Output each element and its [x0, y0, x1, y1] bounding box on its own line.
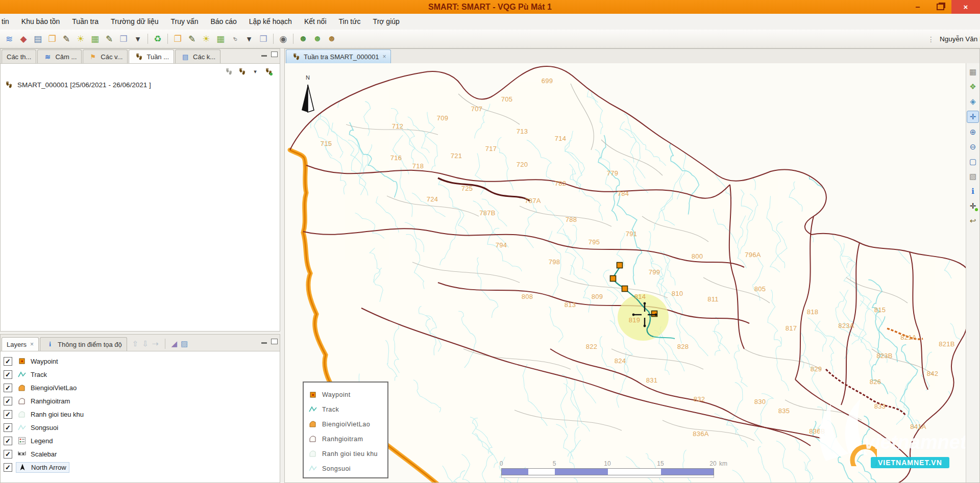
refresh-icon[interactable]: ♻: [151, 32, 164, 45]
people-icon[interactable]: ☻: [311, 32, 324, 45]
menu-item-l-p-k-ho-ch[interactable]: Lập kế hoạch: [243, 14, 298, 30]
quill2-icon[interactable]: ✎: [185, 32, 199, 45]
patrol-menu-caret[interactable]: ▾: [250, 66, 260, 77]
tab-c-m-[interactable]: ≋Cảm ...: [37, 49, 82, 63]
panel-maximize-button[interactable]: [271, 339, 278, 344]
dropdown-caret2[interactable]: ▾: [242, 32, 256, 45]
menu-item-b-o-c-o[interactable]: Báo cáo: [204, 14, 242, 30]
idea-icon[interactable]: ☀: [74, 32, 87, 45]
move-tool[interactable]: ✛: [967, 200, 978, 212]
style-tool[interactable]: ◈: [967, 96, 978, 107]
new-folder-icon[interactable]: ❐: [171, 32, 184, 45]
layer-checkbox[interactable]: ✓: [4, 397, 12, 405]
move-down-button[interactable]: ⇩: [142, 339, 149, 348]
folder-icon[interactable]: ❐: [45, 32, 59, 45]
transparency-button[interactable]: ◢: [172, 339, 178, 348]
idea2-icon[interactable]: ☀: [200, 32, 213, 45]
layer-label[interactable]: North Arrow: [31, 464, 66, 471]
move-up-button[interactable]: ⇧: [132, 339, 139, 348]
map-tab[interactable]: Tuần tra SMART_000001 ×: [286, 49, 391, 63]
legend-item: Ranhgioitram: [308, 431, 383, 446]
menu-item-tin-t-c[interactable]: Tin tức: [333, 14, 367, 30]
report-list-icon[interactable]: ▤: [31, 32, 44, 45]
export-image-button[interactable]: ▨: [181, 339, 188, 348]
layer-checkbox[interactable]: ✓: [4, 410, 12, 419]
layer-label[interactable]: Songsuoi: [31, 424, 58, 431]
tab-layers[interactable]: Layers×: [2, 337, 39, 351]
layer-checkbox[interactable]: ✓: [4, 423, 12, 432]
main-toolbar: ≋◆▤❐✎☀▦✎❒▾♻❐✎☀▦♀▾❒◉☻☻☻⋮Nguyễn Văn B: [0, 30, 980, 48]
waypoint-marker[interactable]: [617, 263, 623, 268]
menu-item-khu-b-o-t-n[interactable]: Khu bảo tồn: [15, 14, 66, 30]
tab-tu-n-[interactable]: Tuần ...: [129, 49, 174, 63]
layer-label[interactable]: Legend: [31, 437, 53, 445]
layer-label[interactable]: Waypoint: [31, 358, 58, 365]
page-icon[interactable]: ❒: [117, 32, 130, 45]
menu-item-tr-ng-d-li-u[interactable]: Trường dữ liệu: [105, 14, 165, 30]
table-icon[interactable]: ▦: [88, 32, 102, 45]
layer-label[interactable]: Ranhgioitram: [31, 397, 70, 405]
layer-checkbox[interactable]: ✓: [4, 384, 12, 392]
patrol-filter-button[interactable]: [224, 66, 234, 77]
globe-icon[interactable]: ◉: [277, 32, 290, 45]
dropdown-caret[interactable]: ▾: [131, 32, 144, 45]
layer-label[interactable]: Track: [31, 371, 47, 378]
table2-icon[interactable]: ▦: [214, 32, 227, 45]
vertical-splitter[interactable]: [280, 48, 284, 483]
close-button[interactable]: ×: [951, 0, 980, 14]
panel-minimize-button[interactable]: [261, 342, 267, 344]
layer-checkbox[interactable]: ✓: [4, 463, 12, 472]
pan-tool[interactable]: ✛: [967, 111, 979, 123]
layer-label[interactable]: Scalebar: [31, 450, 57, 458]
menu-item-truy-v-n[interactable]: Truy vấn: [165, 14, 205, 30]
undo-view-tool[interactable]: ↩: [967, 215, 978, 226]
menu-item-tr-gi-p[interactable]: Trợ giúp: [367, 14, 406, 30]
contacts-icon[interactable]: ◆: [17, 32, 30, 45]
quill-icon[interactable]: ✎: [103, 32, 116, 45]
layer-row-track: ✓Track: [4, 368, 280, 381]
minimize-button[interactable]: –: [906, 0, 929, 14]
tab-close-icon[interactable]: ×: [30, 341, 34, 348]
layer-label[interactable]: Ranh gioi tieu khu: [31, 411, 84, 418]
layer-checkbox[interactable]: ✓: [4, 450, 12, 459]
zoom-out-tool[interactable]: ⊖: [967, 141, 978, 152]
person-edit-icon[interactable]: ☻: [325, 32, 338, 45]
layer-checkbox[interactable]: ✓: [4, 437, 12, 445]
zoom-in-tool[interactable]: ⊕: [967, 126, 978, 138]
tab-th-ng-tin-i-m-t-a-[interactable]: iThông tin điểm tọa độ: [40, 337, 127, 351]
map-canvas[interactable]: 6997057077097127137147157167177187207217…: [285, 63, 979, 482]
menu-item-k-t-n-i[interactable]: Kết nối: [298, 14, 333, 30]
window-icon[interactable]: ❒: [257, 32, 270, 45]
select-features-tool[interactable]: ❖: [967, 81, 978, 92]
tab-close-icon[interactable]: ×: [382, 53, 386, 60]
waypoint-marker[interactable]: [622, 286, 628, 292]
grid-tool[interactable]: ▧: [967, 171, 978, 182]
menu-item-tu-n-tra[interactable]: Tuần tra: [66, 14, 105, 30]
person-green-icon[interactable]: ☻: [297, 32, 310, 45]
tab-c-c-th-[interactable]: Các th...: [2, 49, 36, 63]
track-selection-highlight: [618, 294, 669, 341]
user-name: Nguyễn Văn B: [940, 35, 980, 43]
tab-c-c-k-[interactable]: ▤Các k...: [175, 49, 220, 63]
panel-maximize-button[interactable]: [271, 52, 278, 57]
tab-c-c-v-[interactable]: ⚑Các v...: [83, 49, 128, 63]
goto-button[interactable]: ⇢: [152, 339, 159, 348]
patrol-tree-item[interactable]: SMART_000001 [25/06/2021 - 26/06/2021 ]: [4, 81, 151, 89]
waypoint-marker[interactable]: [610, 276, 616, 282]
feed-icon[interactable]: ≋: [3, 32, 16, 45]
restore-button[interactable]: [929, 0, 951, 14]
search-icon[interactable]: ♀: [228, 32, 241, 45]
scalebar-icon: [17, 450, 27, 459]
zoom-extent-tool[interactable]: ▢: [967, 156, 978, 167]
edit-pen-icon[interactable]: ✎: [60, 32, 73, 45]
panel-minimize-button[interactable]: [261, 55, 267, 57]
menu-item-tin[interactable]: tin: [0, 14, 15, 30]
info-tool[interactable]: ℹ: [967, 186, 978, 197]
add-patrol-button[interactable]: [263, 66, 274, 77]
layer-label[interactable]: BiengioiVietLao: [31, 384, 77, 392]
horizontal-splitter[interactable]: [0, 332, 280, 334]
layer-checkbox[interactable]: ✓: [4, 370, 12, 379]
new-patrol-button[interactable]: [237, 66, 247, 77]
layer-checkbox[interactable]: ✓: [4, 357, 12, 366]
layers-tool[interactable]: ▦: [967, 66, 978, 78]
